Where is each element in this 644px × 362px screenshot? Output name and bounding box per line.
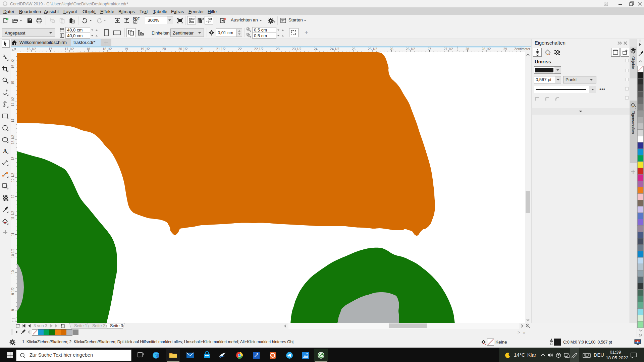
svg-text:12: 12	[11, 194, 15, 198]
svg-text:21: 21	[200, 47, 204, 51]
svg-text:Seite 3: Seite 3	[110, 323, 123, 328]
svg-text:10: 10	[11, 270, 15, 274]
svg-text:13: 13	[11, 157, 15, 161]
svg-text:11 1/2: 11 1/2	[11, 211, 15, 220]
svg-text:20 1/2: 20 1/2	[178, 47, 188, 51]
svg-text:25: 25	[352, 47, 356, 51]
svg-text:17: 17	[48, 47, 52, 51]
svg-text:14: 14	[11, 119, 15, 123]
svg-text:19 1/2: 19 1/2	[141, 47, 150, 51]
svg-text:10 1/2: 10 1/2	[11, 248, 15, 258]
svg-text:17 1/2: 17 1/2	[65, 47, 74, 51]
svg-text:29: 29	[503, 47, 507, 51]
svg-text:25 1/2: 25 1/2	[368, 47, 377, 51]
svg-text:Seite 2: Seite 2	[92, 323, 105, 328]
svg-text:x: x	[250, 30, 251, 32]
svg-text:9 1/2: 9 1/2	[11, 287, 15, 295]
svg-text:26: 26	[389, 47, 393, 51]
svg-text:27 1/2: 27 1/2	[444, 47, 453, 51]
svg-text:18: 18	[86, 47, 90, 51]
svg-text:18 1/2: 18 1/2	[103, 47, 112, 51]
svg-text:y: y	[250, 35, 251, 38]
svg-text:12 1/2: 12 1/2	[11, 173, 15, 182]
svg-text:9: 9	[11, 309, 15, 311]
svg-text:Seite 1: Seite 1	[74, 323, 87, 328]
svg-text:26 1/2: 26 1/2	[406, 47, 415, 51]
svg-text:22 1/2: 22 1/2	[254, 47, 264, 51]
svg-text:24 1/2: 24 1/2	[330, 47, 339, 51]
svg-text:13 1/2: 13 1/2	[11, 135, 15, 144]
svg-text:23: 23	[276, 47, 280, 51]
svg-text:15 1/2: 15 1/2	[11, 59, 15, 68]
svg-text:20: 20	[162, 47, 166, 51]
svg-text:11: 11	[11, 232, 15, 236]
svg-text:23 1/2: 23 1/2	[292, 47, 302, 51]
svg-text:14 1/2: 14 1/2	[11, 97, 15, 106]
svg-text:19: 19	[124, 47, 128, 51]
svg-text:A: A	[3, 148, 7, 154]
svg-text:22: 22	[238, 47, 242, 51]
svg-text:24: 24	[314, 47, 318, 51]
svg-text:28 1/2: 28 1/2	[482, 47, 491, 51]
svg-text:28: 28	[465, 47, 469, 51]
svg-text:21 1/2: 21 1/2	[216, 47, 226, 51]
svg-text:15: 15	[11, 81, 15, 85]
svg-text:16 1/2: 16 1/2	[27, 47, 36, 51]
svg-text:27: 27	[427, 47, 431, 51]
